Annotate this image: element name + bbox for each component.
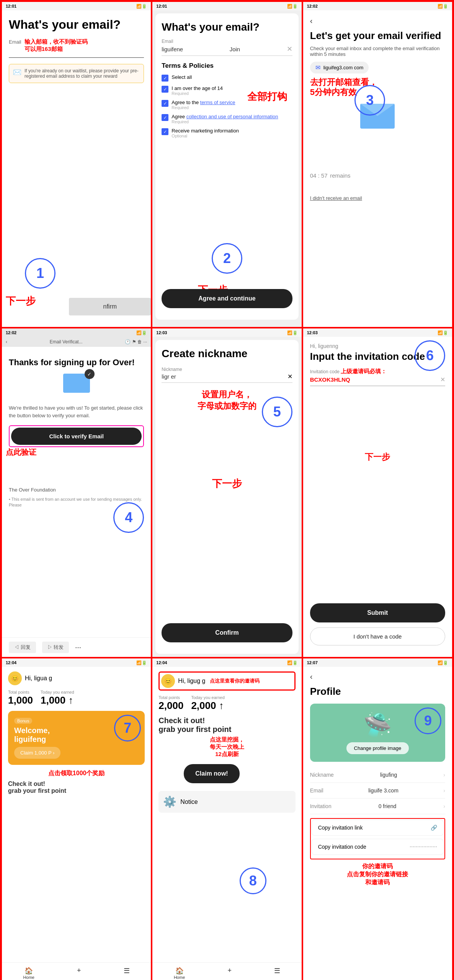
submit-button[interactable]: Submit (310, 603, 445, 622)
checkbox-age-sub: Required (171, 91, 223, 96)
annotation-8: 点这里挖掘，每天一次晚上12点刷新 (158, 736, 295, 758)
icons-1: 📶🔋 (136, 4, 147, 9)
grab-text-8: Check it out!grab your first point (158, 716, 295, 734)
verify-btn-box: Click to verify Email (9, 425, 144, 447)
checkbox-marketing-sub: Optional (171, 134, 239, 138)
checkbox-personal-box[interactable] (162, 114, 168, 121)
email-suffix-2: Join (230, 46, 240, 52)
icons-2: 📶🔋 (287, 4, 298, 9)
points-row-7: Total points 1,000 Today you earned 1,00… (8, 690, 145, 706)
back-arrow-9[interactable]: ‹ (310, 672, 445, 681)
step-circle-2: 2 (212, 243, 242, 274)
status-bar-1: 12:01 📶🔋 (2, 2, 151, 10)
click-verify-label: 点此验证 (6, 447, 36, 457)
today-points-7: Today you earned 1,000 ↑ (41, 690, 74, 706)
back-nav[interactable]: ‹ (6, 339, 7, 345)
checkbox-select-all-box[interactable] (162, 75, 168, 82)
checkbox-tos-box[interactable] (162, 100, 168, 107)
claim-now-button[interactable]: Claim now! (184, 764, 239, 783)
tab-list-7[interactable]: ☰ (124, 967, 130, 980)
email-input-bar[interactable] (9, 56, 144, 58)
points-header-8[interactable]: 😊 Hi, ligug g 点这里查看你的邀请码 (158, 671, 295, 691)
inv-code-value[interactable]: BCXOK3HLNQ (310, 376, 350, 383)
checkbox-select-all[interactable]: Select all (162, 74, 292, 82)
nickname-title: Create nickname (162, 348, 292, 360)
tab-list-8[interactable]: ☰ (274, 967, 280, 980)
bonus-tag: Bonus (14, 718, 32, 724)
invitation-val-9: 0 friend (379, 803, 397, 809)
arrow-invite: › (443, 803, 445, 809)
clear-icon-5[interactable]: ✕ (287, 373, 292, 380)
email-label-9: Email (310, 787, 323, 794)
checkmark-icon: ✓ (85, 369, 95, 379)
arrow-nickname: › (443, 772, 445, 778)
copy-code-row[interactable]: Copy invitation code ⋯⋯⋯⋯⋯⋯ (312, 839, 444, 855)
confirm-button-5[interactable]: Confirm (162, 623, 292, 642)
resend-link[interactable]: I didn't receive an email (310, 195, 445, 201)
click-hint-8: 点这里查看你的邀请码 (210, 678, 260, 684)
time-7: 12:04 (6, 660, 16, 665)
time-2: 12:01 (156, 4, 167, 8)
home-icon-7: 🏠 (23, 967, 34, 975)
checkbox-select-all-label: Select all (171, 74, 192, 80)
claim-button-7[interactable]: Claim 1,000 P › (14, 747, 60, 759)
clear-icon-2[interactable]: ✕ (287, 45, 292, 53)
list-icon-8: ☰ (274, 967, 280, 975)
verify-desc: Check your email inbox and complete the … (310, 46, 445, 57)
checkbox-marketing-box[interactable] (162, 128, 168, 135)
time-1: 12:01 (6, 4, 16, 8)
grab-text-7: Check it out!grab your first point (8, 781, 145, 794)
terms-title: Terms & Policies (162, 62, 292, 70)
tab-plus-8[interactable]: + (227, 967, 232, 980)
tab-plus-7[interactable]: + (77, 967, 81, 980)
arrow-email: › (443, 787, 445, 794)
copy-code-label: Copy invitation code (318, 844, 366, 850)
cell-5-nickname: 12:03 📶🔋 Create nickname Nickname ligr e… (152, 328, 302, 658)
notice-text-8: Notice (180, 799, 198, 805)
time-6: 12:03 (307, 330, 318, 335)
checkbox-personal[interactable]: Agree collection and use of personal inf… (162, 114, 292, 124)
more-icon[interactable]: ⋯ (75, 644, 81, 651)
welcome-header: 😊 Hi, ligua g (8, 671, 145, 685)
welcome-greeting: Hi, ligua g (25, 675, 52, 682)
avatar-container-9: 🛸 Change profile image 9 (310, 704, 445, 762)
cell-2-terms: 12:01 📶🔋 What's your email? Email liguif… (152, 1, 302, 328)
no-code-button[interactable]: I don't have a code (310, 627, 445, 645)
nickname-val-9: ligufing (380, 772, 397, 778)
tab-home-7[interactable]: 🏠 Home (23, 967, 34, 980)
clear-icon-6[interactable]: ✕ (440, 376, 445, 383)
nickname-value[interactable]: ligr er (162, 373, 176, 380)
inv-code-hint-text: 上级邀请码必填： (341, 368, 387, 374)
time-4: 12:02 (6, 330, 16, 335)
icons-6: 📶🔋 (438, 330, 448, 335)
plus-icon-8: + (227, 967, 232, 975)
foundation-text: The Over Foundation (9, 487, 144, 493)
status-bar-7: 12:04 📶🔋 (2, 658, 151, 667)
timer-suffix: remains (330, 172, 350, 179)
forward-button[interactable]: ▷ 转发 (42, 642, 69, 653)
copy-link-row[interactable]: Copy invitation link 🔗 (312, 820, 444, 836)
agree-continue-button[interactable]: Agree and continue (162, 289, 292, 308)
checkbox-age-box[interactable] (162, 86, 168, 93)
email-val-9: liguife 3.com (368, 787, 398, 794)
invitation-label-9: Invitation (310, 803, 332, 809)
mail-icon: ✉ (315, 64, 320, 71)
thanks-title: Thanks for signing up for Over! (9, 358, 144, 368)
back-arrow-3[interactable]: ‹ (310, 16, 445, 25)
tab-home-8[interactable]: 🏠 Home (174, 967, 185, 980)
inv-code-row: BCXOK3HLNQ ✕ (310, 376, 445, 386)
checkbox-age-label: I am over the age of 14 (171, 85, 223, 91)
reply-button[interactable]: ◁ 回复 (9, 642, 36, 653)
icons-7: 📶🔋 (136, 660, 147, 665)
confirm-button-1[interactable]: nfirm (69, 298, 151, 315)
icons-8: 📶🔋 (287, 660, 298, 665)
copy-link-label: Copy invitation link (318, 825, 363, 831)
notice-bottom-8: ⚙️ Notice (158, 791, 295, 813)
change-profile-button[interactable]: Change profile image (346, 742, 409, 754)
verify-email-button[interactable]: Click to verify Email (11, 428, 142, 445)
invitation-field-9: Invitation 0 friend › (310, 799, 445, 814)
checkbox-marketing[interactable]: Receive marketing information Optional (162, 128, 292, 138)
annotation-7: 点击领取1000个奖励 (8, 769, 145, 777)
step-circle-9: 9 (415, 707, 441, 734)
checkbox-tos-sub: Required (171, 105, 235, 110)
